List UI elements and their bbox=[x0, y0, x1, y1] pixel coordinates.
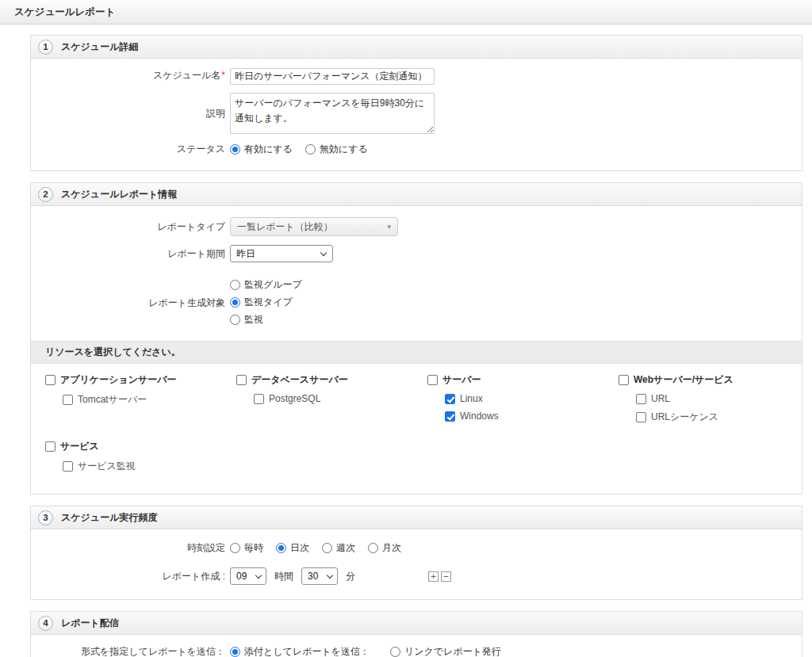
section1-title: スケジュール詳細 bbox=[61, 40, 138, 54]
frequency-radio-hourly[interactable]: 毎時 bbox=[230, 541, 263, 555]
resource-checkbox-url[interactable]: URL bbox=[636, 393, 810, 404]
checkbox-checked-icon[interactable] bbox=[445, 411, 455, 422]
send-format-row: 形式を指定してレポートを送信： 添付としてレポートを送信： リンクでレポート発行 bbox=[31, 644, 802, 657]
resource-checkbox-service-monitor[interactable]: サービス監視 bbox=[63, 460, 236, 473]
radio-selected-icon[interactable] bbox=[276, 543, 286, 553]
checkbox-unchecked-icon[interactable] bbox=[236, 375, 247, 385]
description-row: 説明 サーバーのパフォーマンスを毎日9時30分に通知します。 bbox=[31, 93, 802, 134]
time-setting-label: 時刻設定 bbox=[31, 540, 225, 555]
section1-body: スケジュール名* 説明 サーバーのパフォーマンスを毎日9時30分に通知します。 … bbox=[31, 59, 802, 170]
status-radio-enable[interactable]: 有効にする bbox=[230, 143, 293, 156]
resource-checkbox-postgresql[interactable]: PostgreSQL bbox=[254, 393, 427, 404]
section4-title: レポート配信 bbox=[61, 617, 119, 630]
frequency-radio-monthly[interactable]: 月次 bbox=[368, 541, 401, 555]
minute-select[interactable]: 30 bbox=[301, 567, 338, 585]
required-asterisk: * bbox=[221, 70, 225, 81]
frequency-radio-daily[interactable]: 日次 bbox=[276, 541, 309, 555]
status-radio-disable[interactable]: 無効にする bbox=[305, 143, 368, 156]
radio-unselected-icon[interactable] bbox=[368, 543, 378, 553]
target-radio-monitor[interactable]: 監視 bbox=[230, 313, 302, 327]
radio-unselected-icon[interactable] bbox=[230, 280, 240, 290]
section-schedule-frequency: 3 スケジュール実行頻度 時刻設定 毎時 日次 週次 bbox=[30, 506, 802, 600]
section2-body: レポートタイプ 一覧レポート（比較） ▾ レポート期間 昨日 bbox=[31, 206, 802, 494]
description-label: 説明 bbox=[31, 106, 225, 120]
hour-value: 09 bbox=[236, 571, 247, 582]
chevron-down-icon bbox=[327, 572, 333, 579]
hour-unit-label: 時間 bbox=[274, 570, 293, 583]
group-checkbox-item[interactable]: サービス bbox=[45, 440, 99, 453]
step-number-badge: 1 bbox=[38, 40, 53, 55]
send-format-label: 形式を指定してレポートを送信： bbox=[31, 644, 225, 657]
status-row: ステータス 有効にする 無効にする bbox=[31, 142, 802, 156]
frequency-radio-weekly[interactable]: 週次 bbox=[322, 541, 355, 555]
report-type-row: レポートタイプ 一覧レポート（比較） ▾ bbox=[31, 217, 802, 236]
checkbox-unchecked-icon[interactable] bbox=[427, 375, 438, 385]
section-report-delivery: 4 レポート配信 形式を指定してレポートを送信： 添付としてレポートを送信： リ… bbox=[30, 611, 802, 657]
radio-unselected-icon[interactable] bbox=[390, 647, 400, 657]
section2-title: スケジュールレポート情報 bbox=[61, 188, 177, 201]
checkbox-unchecked-icon[interactable] bbox=[254, 394, 264, 404]
checkbox-unchecked-icon[interactable] bbox=[636, 412, 646, 422]
checkbox-unchecked-icon[interactable] bbox=[45, 441, 56, 452]
target-label: レポート生成対象 bbox=[31, 296, 225, 310]
description-textarea[interactable]: サーバーのパフォーマンスを毎日9時30分に通知します。 bbox=[230, 93, 435, 134]
group-checkbox-item[interactable]: アプリケーションサーバー bbox=[45, 373, 177, 387]
report-generation-time-row: レポート作成 : 09 時間 30 分 + − bbox=[31, 567, 802, 585]
report-period-row: レポート期間 昨日 bbox=[31, 245, 802, 262]
report-generation-label: レポート作成 : bbox=[31, 569, 225, 583]
group-checkbox-item[interactable]: Webサーバー/サービス bbox=[619, 373, 733, 387]
target-radio-monitor-type[interactable]: 監視タイプ bbox=[230, 296, 302, 309]
section-schedule-details: 1 スケジュール詳細 スケジュール名* 説明 サーバーのパフォーマンスを毎日9時… bbox=[30, 35, 802, 171]
resource-grid: アプリケーションサーバー Tomcatサーバー データベースサーバー bbox=[31, 364, 802, 494]
checkbox-unchecked-icon[interactable] bbox=[63, 395, 73, 405]
schedule-name-label: スケジュール名 bbox=[153, 70, 220, 81]
step-number-badge: 2 bbox=[38, 187, 53, 202]
group-checkbox-item[interactable]: サーバー bbox=[427, 373, 481, 387]
checkbox-unchecked-icon[interactable] bbox=[636, 394, 646, 404]
radio-selected-icon[interactable] bbox=[230, 647, 240, 657]
add-time-icon[interactable]: + bbox=[428, 571, 439, 582]
main-content: 1 スケジュール詳細 スケジュール名* 説明 サーバーのパフォーマンスを毎日9時… bbox=[0, 25, 812, 657]
radio-unselected-icon[interactable] bbox=[305, 144, 316, 155]
report-type-value: 一覧レポート（比較） bbox=[237, 220, 333, 234]
remove-time-icon[interactable]: − bbox=[441, 571, 451, 582]
checkbox-unchecked-icon[interactable] bbox=[45, 375, 56, 385]
format-radio-attachment[interactable]: 添付としてレポートを送信： bbox=[230, 645, 370, 657]
resource-checkbox-url-sequence[interactable]: URLシーケンス bbox=[636, 411, 810, 424]
radio-unselected-icon[interactable] bbox=[230, 543, 240, 553]
resource-select-header: リソースを選択してください。 bbox=[31, 341, 802, 364]
resource-checkbox-linux[interactable]: Linux bbox=[445, 393, 619, 404]
checkbox-unchecked-icon[interactable] bbox=[619, 375, 629, 385]
radio-unselected-icon[interactable] bbox=[322, 543, 332, 553]
resource-checkbox-tomcat[interactable]: Tomcatサーバー bbox=[63, 393, 236, 407]
report-period-value: 昨日 bbox=[236, 247, 255, 261]
report-period-select[interactable]: 昨日 bbox=[230, 245, 333, 262]
group-checkbox-item[interactable]: データベースサーバー bbox=[236, 373, 348, 387]
checkbox-checked-icon[interactable] bbox=[445, 394, 455, 404]
radio-selected-icon[interactable] bbox=[230, 144, 240, 155]
chevron-down-icon bbox=[320, 250, 327, 256]
dropdown-arrow-icon: ▾ bbox=[387, 223, 391, 231]
resource-checkbox-windows[interactable]: Windows bbox=[445, 411, 619, 422]
hour-select[interactable]: 09 bbox=[230, 567, 266, 585]
target-radio-monitor-group[interactable]: 監視グループ bbox=[230, 278, 302, 292]
resource-group-web-server-service: Webサーバー/サービス URL URLシーケンス bbox=[619, 373, 810, 430]
minute-unit-label: 分 bbox=[346, 570, 355, 583]
radio-selected-icon[interactable] bbox=[230, 297, 240, 307]
report-period-label: レポート期間 bbox=[31, 246, 225, 261]
schedule-name-input[interactable] bbox=[230, 68, 435, 85]
schedule-name-row: スケジュール名* bbox=[31, 68, 802, 85]
section3-header: 3 スケジュール実行頻度 bbox=[31, 506, 802, 529]
resource-group-application-server: アプリケーションサーバー Tomcatサーバー bbox=[45, 373, 236, 430]
step-number-badge: 3 bbox=[38, 510, 53, 525]
resource-group-database-server: データベースサーバー PostgreSQL bbox=[236, 373, 427, 430]
section4-header: 4 レポート配信 bbox=[31, 612, 802, 635]
checkbox-unchecked-icon[interactable] bbox=[63, 461, 73, 472]
step-number-badge: 4 bbox=[38, 616, 53, 631]
section3-body: 時刻設定 毎時 日次 週次 bbox=[31, 529, 802, 599]
format-radio-link[interactable]: リンクでレポート発行 bbox=[390, 645, 501, 657]
radio-unselected-icon[interactable] bbox=[230, 315, 240, 325]
report-type-dropdown[interactable]: 一覧レポート（比較） ▾ bbox=[230, 217, 398, 236]
target-row: レポート生成対象 監視グループ 監視タイプ 監視 bbox=[31, 278, 802, 327]
status-label: ステータス bbox=[31, 142, 225, 156]
